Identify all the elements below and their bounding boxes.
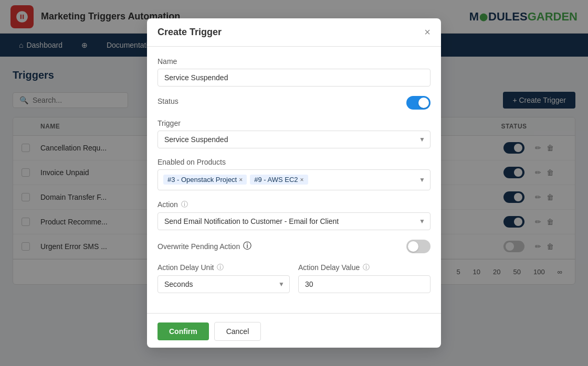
tag-openstack: #3 - Openstack Project ×	[163, 175, 247, 185]
modal-overlay: Create Trigger × Name Status Trigger	[0, 0, 588, 366]
delay-unit-group: Action Delay Unit ⓘ Seconds Minutes Hour…	[158, 263, 290, 293]
delay-fields: Action Delay Unit ⓘ Seconds Minutes Hour…	[158, 263, 430, 303]
delay-value-help-icon[interactable]: ⓘ	[363, 263, 370, 272]
modal-header: Create Trigger ×	[147, 18, 441, 47]
tag-aws-remove[interactable]: ×	[300, 176, 304, 184]
delay-value-label: Action Delay Value ⓘ	[298, 263, 430, 272]
name-label: Name	[158, 57, 430, 66]
products-label: Enabled on Products	[158, 158, 430, 166]
modal-title: Create Trigger	[158, 27, 222, 38]
trigger-select[interactable]: Service Suspended	[158, 131, 430, 148]
products-field-group: Enabled on Products #3 - Openstack Proje…	[158, 158, 430, 190]
products-tags-input[interactable]: #3 - Openstack Project × #9 - AWS EC2 ×	[158, 169, 430, 190]
overwrite-label: Overwrite Pending Action	[158, 242, 240, 251]
action-select[interactable]: Send Email Notification to Customer - Em…	[158, 212, 430, 230]
overwrite-field-group: Overwrite Pending Action ⓘ	[158, 240, 430, 253]
overwrite-row: Overwrite Pending Action ⓘ	[158, 240, 430, 253]
delay-unit-help-icon[interactable]: ⓘ	[217, 263, 224, 272]
create-trigger-modal: Create Trigger × Name Status Trigger	[147, 18, 441, 348]
modal-close-button[interactable]: ×	[424, 27, 430, 37]
overwrite-help-icon[interactable]: ⓘ	[243, 241, 251, 252]
products-wrap: #3 - Openstack Project × #9 - AWS EC2 × …	[158, 169, 430, 190]
confirm-button[interactable]: Confirm	[158, 322, 209, 340]
cancel-button[interactable]: Cancel	[214, 322, 261, 341]
trigger-field-group: Trigger Service Suspended ▼	[158, 119, 430, 148]
modal-body: Name Status Trigger Service Suspended ▼	[147, 47, 441, 313]
action-label-text: Action	[158, 200, 178, 209]
overwrite-label-wrap: Overwrite Pending Action ⓘ	[158, 241, 251, 252]
trigger-select-wrap: Service Suspended ▼	[158, 131, 430, 148]
delay-value-group: Action Delay Value ⓘ	[298, 263, 430, 293]
delay-unit-label: Action Delay Unit ⓘ	[158, 263, 290, 272]
modal-footer: Confirm Cancel	[147, 313, 441, 348]
delay-value-input[interactable]	[298, 275, 430, 293]
tag-aws: #9 - AWS EC2 ×	[250, 175, 308, 185]
overwrite-toggle[interactable]	[406, 240, 430, 253]
trigger-label: Trigger	[158, 119, 430, 127]
tag-aws-label: #9 - AWS EC2	[254, 176, 298, 184]
name-field-group: Name	[158, 57, 430, 87]
tag-openstack-label: #3 - Openstack Project	[167, 176, 237, 184]
action-select-wrap: Send Email Notification to Customer - Em…	[158, 212, 430, 230]
action-label: Action ⓘ	[158, 200, 430, 209]
status-label: Status	[158, 97, 178, 105]
status-field-group: Status	[158, 96, 430, 110]
delay-unit-select-wrap: Seconds Minutes Hours Days ▼	[158, 275, 290, 293]
delay-unit-select[interactable]: Seconds Minutes Hours Days	[158, 275, 290, 293]
status-row: Status	[158, 96, 430, 110]
name-input[interactable]	[158, 69, 430, 87]
action-help-icon[interactable]: ⓘ	[181, 200, 188, 209]
tag-openstack-remove[interactable]: ×	[239, 176, 243, 184]
action-field-group: Action ⓘ Send Email Notification to Cust…	[158, 200, 430, 230]
status-toggle[interactable]	[406, 96, 430, 110]
delay-unit-label-text: Action Delay Unit	[158, 263, 214, 272]
delay-value-label-text: Action Delay Value	[298, 263, 360, 272]
